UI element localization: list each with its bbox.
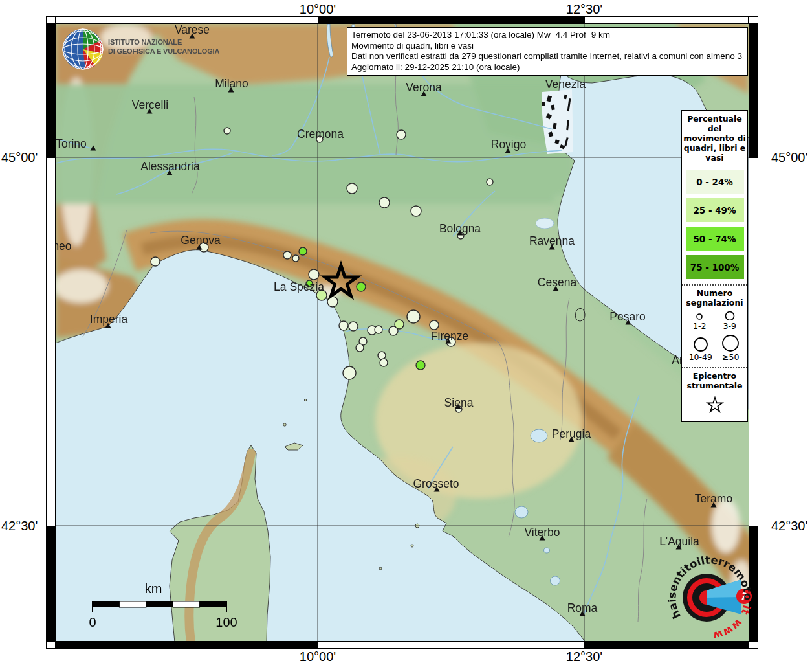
frame-left-w (46, 157, 56, 526)
city-label: L'Aquila (659, 535, 699, 548)
frame-corner-tl (46, 16, 56, 24)
report-point (343, 366, 356, 379)
city-label: La Spezia (274, 280, 324, 293)
legend-panel: Percentuale del movimento di quadri, lib… (681, 110, 748, 422)
event-note: Dati non verificati estratti da 279 ques… (351, 51, 743, 62)
signal-size-2-label: 3-9 (723, 321, 736, 331)
report-point (283, 251, 291, 259)
legend-title: Percentuale del movimento di quadri, lib… (682, 113, 747, 165)
report-point (349, 322, 358, 331)
city-label: Perugia (552, 427, 591, 440)
report-point (299, 247, 307, 255)
report-point (416, 361, 425, 370)
city-label: Grosseto (413, 477, 459, 490)
axis-right-lat2: 42°30' (771, 519, 807, 534)
ingv-logo: ISTITUTO NAZIONALE DI GEOFISICA E VULCAN… (61, 28, 320, 73)
frame-bot-b1 (56, 641, 318, 649)
report-point (407, 310, 420, 323)
bullseye-icon: ? (683, 574, 752, 622)
legend-signals-title: Numero segnalazioni (682, 288, 747, 308)
report-point (347, 183, 357, 194)
frame-bot-w (318, 641, 585, 649)
signal-size-1-icon (691, 310, 708, 320)
axis-right-lat1: 45°00' (771, 150, 807, 165)
event-info-box: Terremoto del 23-06-2013 17:01:33 (ora l… (347, 27, 748, 76)
comacchio-lagoon (536, 218, 554, 229)
city-label: Siena (444, 396, 474, 409)
report-point (378, 352, 386, 359)
report-point (379, 197, 390, 208)
frame-right-b1 (749, 24, 758, 158)
report-point (339, 321, 348, 330)
axis-top-lon2: 12°30' (566, 2, 602, 17)
city-label: Milano (215, 77, 248, 90)
axis-bottom-lon2: 12°30' (566, 649, 602, 663)
ingv-line1: ISTITUTO NAZIONALE (108, 38, 219, 47)
report-point (395, 320, 404, 329)
city-label: neo (56, 240, 72, 253)
signal-size-1-label: 1-2 (693, 321, 706, 331)
signal-size-4-label: ≥50 (722, 352, 739, 362)
city-label: Alessandria (140, 160, 200, 173)
event-title: Terremoto del 23-06-2013 17:01:33 (ora l… (351, 30, 743, 41)
report-point (411, 206, 421, 216)
report-point (487, 179, 493, 185)
axis-left-lat2: 42°30' (1, 519, 38, 534)
frame-left-b1 (46, 24, 56, 158)
city-label: Rovigo (491, 138, 526, 151)
report-point (151, 257, 160, 266)
report-point (430, 320, 439, 330)
event-subtitle: Movimento di quadri, libri e vasi (351, 41, 743, 52)
city-label: Torino (56, 137, 87, 150)
city-label: Venezia (545, 78, 586, 91)
legend-class-1: 25 - 49% (686, 198, 744, 222)
ingv-line2: DI GEOFISICA E VULCANOLOGIA (108, 47, 219, 56)
report-point (224, 128, 230, 134)
frame-corner-tr (749, 16, 758, 24)
frame-left-b2 (46, 526, 56, 641)
legend-class-3: 75 - 100% (686, 255, 744, 279)
city-label: Cremona (297, 128, 344, 140)
city-label: Viterbo (524, 526, 560, 539)
axis-left-lat1: 45°00' (1, 150, 38, 165)
scale-unit: km (145, 581, 162, 596)
haisentitoilterremoto-watermark: ? haisentitoilterremoto.itwww. (661, 547, 762, 648)
report-point (397, 130, 406, 139)
city-label: Firenze (431, 330, 468, 343)
city-label: Cesena (538, 276, 577, 289)
city-label: Teramo (695, 492, 732, 505)
report-point (356, 344, 364, 352)
epicenter-star-glyph (707, 398, 722, 412)
frame-right-w (749, 157, 758, 526)
report-point (380, 359, 388, 366)
city-label: Ravenna (529, 234, 575, 247)
city-label: Vercelli (132, 98, 168, 111)
city-label: Verona (406, 81, 442, 94)
signal-size-4-icon (721, 333, 740, 352)
city-label: Roma (567, 601, 598, 614)
signal-size-2-icon (721, 310, 738, 320)
ingv-globe-icon (61, 28, 104, 71)
legend-class-2: 50 - 74% (686, 227, 744, 251)
report-point (309, 269, 319, 280)
signal-size-3-icon (691, 336, 710, 352)
axis-bottom-lon1: 10°00' (300, 649, 336, 663)
frame-corner-bl (46, 641, 56, 649)
scale-start: 0 (89, 615, 96, 629)
map-canvas: km 0 100 VareseMilanoVercelliTorinoCremo… (56, 24, 749, 641)
legend-epicenter-title: Epicentro strumentale (682, 371, 747, 390)
city-label: Bologna (439, 222, 481, 235)
frame-top-w2 (584, 16, 749, 24)
scale-end: 100 (215, 615, 237, 629)
frame-top-b (318, 16, 585, 24)
report-point (375, 326, 382, 333)
legend-divider-2 (682, 367, 747, 368)
report-point (292, 255, 299, 262)
city-label: Pesaro (609, 310, 645, 323)
city-label: Imperia (90, 313, 128, 326)
epicenter-star-icon (704, 394, 726, 415)
earthquake-map-page: { "title_box": { "lines": [ "Terremoto d… (0, 0, 812, 663)
report-point (357, 282, 366, 291)
ingv-logo-text: ISTITUTO NAZIONALE DI GEOFISICA E VULCAN… (108, 38, 219, 56)
city-label: Genova (181, 234, 221, 247)
